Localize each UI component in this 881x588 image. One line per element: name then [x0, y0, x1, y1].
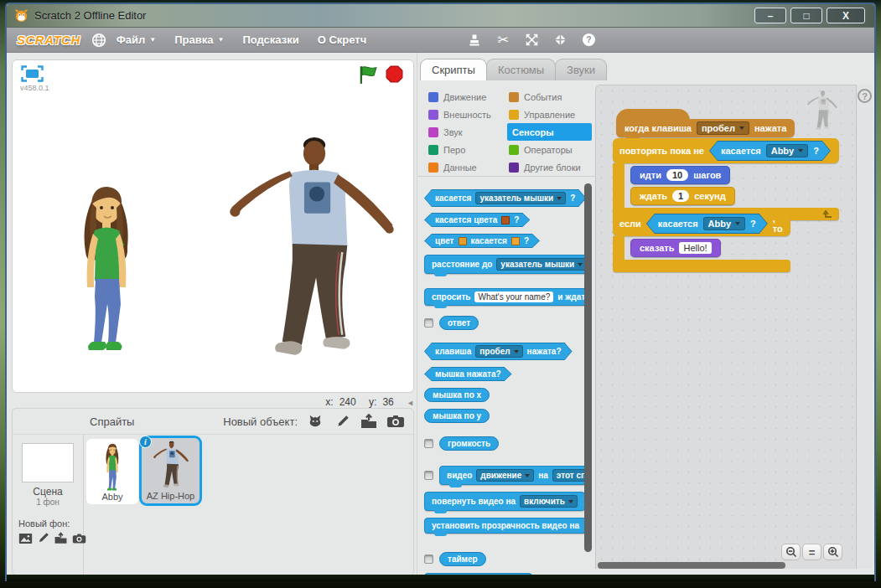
- stage-sprite-abby[interactable]: [72, 178, 141, 354]
- menu-file[interactable]: Файл▼: [107, 34, 166, 46]
- tab-costumes[interactable]: Костюмы: [486, 59, 556, 80]
- script-block-say[interactable]: сказать Hello!: [630, 239, 721, 257]
- backdrop-library-icon[interactable]: [18, 532, 33, 544]
- block-number-input[interactable]: 10: [666, 169, 688, 181]
- palette-block[interactable]: мышка нажата?: [424, 367, 512, 381]
- menu-tips[interactable]: Подсказки: [233, 34, 308, 46]
- camera-sprite-icon[interactable]: [386, 414, 405, 429]
- palette-category[interactable]: Внешность: [427, 106, 507, 123]
- condition-block-touching[interactable]: касается Abby ?: [646, 214, 768, 234]
- menu-about[interactable]: О Скретч: [308, 34, 376, 46]
- script-block-repeat-until[interactable]: повторять пока не касается Abby ? идти 1…: [613, 138, 839, 220]
- fullscreen-button[interactable]: [21, 65, 44, 82]
- menu-edit[interactable]: Правка▼: [165, 34, 233, 46]
- block-visibility-checkbox[interactable]: [424, 318, 433, 328]
- block-dropdown[interactable]: указатель мышки: [496, 258, 584, 271]
- green-flag-button[interactable]: [358, 64, 378, 85]
- palette-category[interactable]: Звук: [427, 123, 507, 141]
- block-dropdown[interactable]: движение: [476, 469, 534, 482]
- palette-block[interactable]: клавишапробелнажата?: [424, 343, 573, 360]
- tab-sounds[interactable]: Звуки: [555, 59, 607, 80]
- palette-block[interactable]: мышка по y: [424, 409, 490, 423]
- close-button[interactable]: X: [827, 8, 865, 23]
- block-dropdown[interactable]: пробел: [475, 345, 522, 358]
- block-color-swatch[interactable]: [459, 237, 467, 245]
- palette-block[interactable]: таймер: [439, 552, 486, 566]
- script-area[interactable]: когда клавиша пробел нажата повторять по…: [595, 85, 856, 569]
- delete-scissors-icon[interactable]: ✂: [495, 32, 511, 49]
- sprite-card-abby[interactable]: Abby: [86, 439, 138, 504]
- script-area-hscrollbar[interactable]: [598, 562, 785, 569]
- block-dropdown[interactable]: Abby: [766, 144, 809, 157]
- stage-thumbnail[interactable]: [22, 443, 74, 482]
- stage[interactable]: v458.0.1: [12, 59, 414, 393]
- block-text-input[interactable]: What's your name?: [474, 291, 553, 302]
- shrink-sprite-icon[interactable]: [552, 32, 568, 49]
- palette-block[interactable]: касаетсяуказатель мышки?: [424, 189, 584, 207]
- palette-block[interactable]: расстояние доуказатель мышки: [424, 255, 584, 274]
- grow-sprite-icon[interactable]: [523, 32, 540, 49]
- palette-block[interactable]: спроситьWhat's your name?и ждать: [424, 288, 584, 306]
- palette-category[interactable]: Движение: [427, 88, 507, 106]
- block-dropdown[interactable]: Abby: [703, 217, 746, 230]
- palette-category[interactable]: Перо: [427, 141, 507, 158]
- palette-block[interactable]: установить прозрачность видео на: [424, 518, 584, 534]
- collapse-stage-arrow-icon[interactable]: ◄: [407, 399, 414, 407]
- palette-category[interactable]: События: [507, 88, 588, 106]
- palette-row: цветкасается?: [424, 234, 584, 248]
- upload-sprite-icon[interactable]: [360, 414, 378, 429]
- block-dropdown[interactable]: включить: [520, 495, 578, 508]
- palette-category[interactable]: Сенсоры: [507, 123, 592, 141]
- script-block-if-then[interactable]: если касается Abby ? , то сказать Hello!: [613, 211, 790, 272]
- maximize-button[interactable]: □: [790, 8, 822, 23]
- block-dropdown[interactable]: этот спрайт: [552, 469, 584, 482]
- stop-button[interactable]: [386, 65, 403, 83]
- tips-help-button[interactable]: ?: [858, 89, 872, 103]
- language-globe-icon[interactable]: [91, 32, 107, 49]
- block-visibility-checkbox[interactable]: [424, 471, 433, 480]
- paint-backdrop-icon[interactable]: [37, 532, 49, 544]
- palette-block[interactable]: громкость: [439, 436, 499, 451]
- script-block-move-steps[interactable]: идти 10 шагов: [630, 166, 730, 184]
- duplicate-stamp-icon[interactable]: [466, 32, 483, 49]
- block-text-input[interactable]: Hello!: [679, 242, 711, 254]
- zoom-reset-button[interactable]: =: [802, 544, 821, 560]
- palette-block[interactable]: видеодвижениенаэтот спрайт: [439, 466, 584, 485]
- palette-scrollbar[interactable]: [584, 183, 592, 552]
- script-block-wait-seconds[interactable]: ждать 1 секунд: [630, 187, 735, 205]
- block-visibility-checkbox[interactable]: [424, 439, 433, 448]
- palette-block[interactable]: цветкасается?: [424, 234, 540, 248]
- condition-block-touching[interactable]: касается Abby ?: [709, 141, 831, 161]
- zoom-in-button[interactable]: [823, 544, 842, 560]
- zoom-out-button[interactable]: [781, 544, 801, 560]
- palette-block[interactable]: повернуть видео навключить: [424, 492, 584, 511]
- block-number-input[interactable]: 1: [672, 190, 689, 202]
- palette-category[interactable]: Другие блоки: [507, 158, 588, 176]
- titlebar[interactable]: Scratch 2 Offline Editor – □ X: [7, 4, 874, 28]
- sprite-card-az-hip-hop[interactable]: i AZ Hip-Hop: [139, 436, 202, 506]
- upload-backdrop-icon[interactable]: [54, 532, 68, 544]
- stage-sprite-az-hip-hop[interactable]: [219, 134, 405, 370]
- block-color-swatch[interactable]: [501, 216, 510, 224]
- block-help-icon[interactable]: ?: [580, 32, 597, 49]
- palette-category[interactable]: Операторы: [507, 141, 588, 158]
- stage-section[interactable]: Сцена 1 фон Новый фон:: [13, 435, 84, 575]
- block-visibility-checkbox[interactable]: [424, 554, 433, 564]
- new-sprite-library-icon[interactable]: [306, 414, 324, 429]
- script-block-when-key-pressed[interactable]: когда клавиша пробел нажата: [616, 119, 795, 137]
- minimize-button[interactable]: –: [754, 8, 786, 23]
- block-dropdown[interactable]: пробел: [697, 121, 749, 135]
- tips-panel-collapsed[interactable]: ?: [856, 85, 873, 569]
- camera-backdrop-icon[interactable]: [72, 532, 86, 544]
- tab-scripts[interactable]: Скрипты: [420, 59, 487, 80]
- paint-new-sprite-icon[interactable]: [333, 414, 351, 429]
- palette-category[interactable]: Управление: [507, 106, 588, 123]
- palette-block[interactable]: касается цвета?: [424, 213, 530, 227]
- block-dropdown[interactable]: указатель мышки: [475, 192, 566, 204]
- block-color-swatch[interactable]: [511, 237, 520, 245]
- palette-category[interactable]: Данные: [427, 158, 507, 176]
- scratch-logo[interactable]: SCRATCH: [17, 33, 80, 47]
- palette-block[interactable]: мышка по x: [424, 388, 490, 402]
- sprite-info-badge[interactable]: i: [139, 436, 152, 448]
- palette-block[interactable]: ответ: [439, 316, 479, 330]
